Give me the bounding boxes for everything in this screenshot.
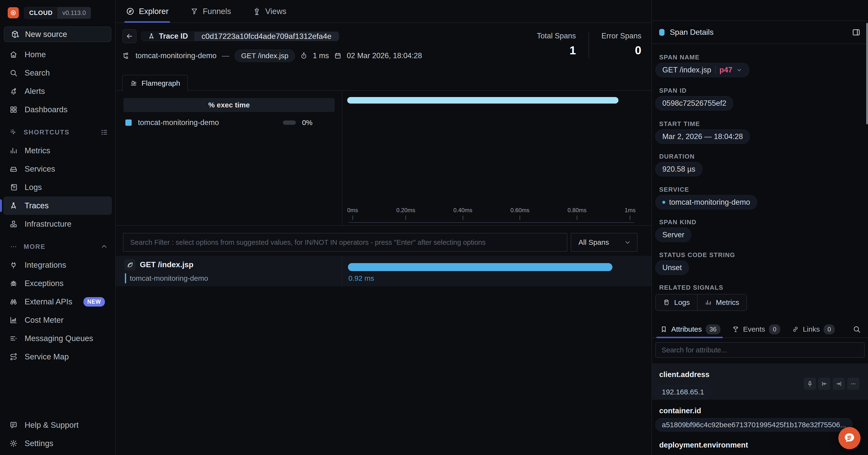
trace-id-value: c0d17223a10fcd4ade709af1312efa4e: [194, 32, 339, 41]
cursor-click-icon: [9, 129, 18, 136]
flamegraph-tabs-row: Flamegraph: [116, 75, 651, 91]
route-icon: [9, 353, 18, 361]
trace-endpoint-pill[interactable]: GET /index.jsp: [235, 50, 295, 62]
list-settings-icon[interactable]: [100, 129, 108, 136]
service-pill[interactable]: tomcat-monitoring-demo: [655, 195, 757, 209]
tower-icon: [253, 7, 261, 16]
related-signals-group: Logs Metrics: [655, 294, 747, 311]
span-duration-value: 0.92 ms: [348, 274, 374, 282]
grid-icon: [9, 106, 18, 114]
attribute-value-pill[interactable]: a51809bf96c4c92bee6713701995425f1b178e32…: [655, 418, 852, 432]
more-options-icon[interactable]: [847, 378, 859, 390]
related-logs-button[interactable]: Logs: [656, 294, 697, 310]
sidebar-item-infrastructure[interactable]: Infrastructure: [0, 215, 115, 233]
pin-icon[interactable]: [804, 378, 816, 390]
total-spans-label: Total Spans: [537, 32, 576, 40]
calendar-icon: [334, 52, 341, 59]
sidebar-item-settings[interactable]: Settings: [0, 434, 115, 453]
tab-attributes[interactable]: Attributes 36: [660, 321, 720, 338]
sidebar-item-home[interactable]: Home: [0, 46, 115, 64]
tab-events[interactable]: Events 0: [732, 321, 780, 338]
trace-id-badge[interactable]: Trace ID c0d17223a10fcd4ade709af1312efa4…: [141, 32, 339, 41]
sidebar-item-label: External APIs: [25, 297, 72, 306]
related-metrics-label: Metrics: [716, 298, 739, 307]
status-code-pill[interactable]: Unset: [655, 260, 689, 275]
sidebar-item-cost-meter[interactable]: Cost Meter: [0, 311, 115, 329]
sidebar-bottom: Help & Support Settings: [0, 416, 115, 455]
attribute-value: 192.168.65.1: [662, 388, 704, 396]
sidebar-item-alerts[interactable]: Alerts: [0, 82, 115, 101]
span-duration-bar[interactable]: [348, 263, 613, 271]
tab-explorer[interactable]: Explorer: [126, 0, 168, 23]
flamegraph-span-bar[interactable]: [347, 97, 618, 104]
sidebar-item-services[interactable]: Services: [0, 160, 115, 178]
attribute-value: a51809bf96c4c92bee6713701995425f1b178e32…: [662, 421, 846, 429]
shortcuts-label: SHORTCUTS: [24, 129, 70, 136]
arrow-left-to-line-icon[interactable]: [818, 378, 830, 390]
sidebar-item-service-map[interactable]: Service Map: [0, 348, 115, 366]
sidebar-item-label: Alerts: [25, 87, 45, 96]
related-metrics-button[interactable]: Metrics: [697, 294, 746, 310]
related-logs-label: Logs: [674, 298, 690, 307]
timer-icon: [300, 52, 307, 59]
total-spans-value: 1: [569, 44, 576, 57]
tab-funnels[interactable]: Funnels: [190, 0, 231, 23]
axis-tick: 0.60ms: [510, 207, 529, 223]
axis-baseline: [349, 222, 634, 223]
message-square-icon: [9, 421, 18, 429]
span-kind-pill[interactable]: Server: [655, 228, 691, 242]
bar-chart-icon: [9, 146, 18, 155]
sidebar-item-label: Services: [25, 164, 55, 174]
traces-icon: [148, 33, 155, 40]
arrow-right-to-line-icon[interactable]: [833, 378, 845, 390]
panel-scrollbar[interactable]: [866, 23, 868, 124]
duration-pill[interactable]: 920.58 µs: [655, 162, 702, 176]
legend-service-label: tomcat-monitoring-demo: [138, 118, 219, 127]
ellipsis-icon: [9, 243, 18, 250]
related-signals-label: RELATED SIGNALS: [659, 284, 723, 291]
scroll-icon: [9, 183, 18, 192]
sidebar-item-dashboards[interactable]: Dashboards: [0, 101, 115, 119]
chevron-up-icon[interactable]: [100, 243, 108, 251]
span-list-row[interactable]: GET /index.jsp tomcat-monitoring-demo 0.…: [116, 256, 651, 286]
start-time-pill[interactable]: Mar 2, 2026 — 18:04:28: [655, 130, 750, 144]
duration-label: DURATION: [659, 153, 695, 160]
attribute-actions: [804, 378, 859, 390]
sidebar-item-messaging-queues[interactable]: Messaging Queues: [0, 329, 115, 348]
panel-collapse-icon[interactable]: [851, 28, 861, 37]
sidebar-item-external-apis[interactable]: External APIs NEW: [0, 292, 115, 311]
new-source-button[interactable]: New source: [4, 27, 112, 42]
sidebar-item-label: Integrations: [25, 260, 66, 269]
legend-color-swatch: [125, 119, 132, 126]
sidebar-item-logs[interactable]: Logs: [0, 178, 115, 197]
help-chat-button[interactable]: [838, 427, 861, 449]
sidebar-item-label: Metrics: [25, 146, 50, 155]
flamegraph-legend-row[interactable]: tomcat-monitoring-demo 0%: [116, 116, 342, 130]
span-service: tomcat-monitoring-demo: [130, 274, 208, 282]
pill-divider: [715, 66, 716, 74]
sidebar-item-exceptions[interactable]: Exceptions: [0, 274, 115, 292]
span-search-filter-input[interactable]: [123, 233, 567, 252]
span-name-pill[interactable]: GET /index.jsp p47: [655, 63, 749, 77]
all-spans-select[interactable]: All Spans: [571, 233, 638, 252]
span-service-color-bar: [125, 273, 126, 283]
signoz-logo-icon[interactable]: [8, 7, 19, 18]
attribute-value-pill[interactable]: 192.168.65.1: [655, 385, 711, 399]
flame-icon: [130, 80, 137, 87]
tab-links[interactable]: Links 0: [792, 321, 835, 338]
queue-list-icon: [9, 334, 18, 343]
tab-views[interactable]: Views: [253, 0, 286, 23]
span-filter-row: All Spans: [116, 233, 651, 252]
attributes-search-icon[interactable]: [852, 325, 861, 333]
back-button[interactable]: [123, 29, 136, 43]
sidebar-item-integrations[interactable]: Integrations: [0, 256, 115, 274]
tab-flamegraph[interactable]: Flamegraph: [122, 75, 188, 91]
sidebar-item-metrics[interactable]: Metrics: [0, 141, 115, 160]
sidebar-item-help-support[interactable]: Help & Support: [0, 416, 115, 434]
span-id-pill[interactable]: 0598c72526755ef2: [655, 96, 733, 111]
search-icon: [9, 69, 18, 77]
sidebar-item-search[interactable]: Search: [0, 64, 115, 82]
error-spans-label: Error Spans: [601, 32, 641, 40]
attribute-search-input[interactable]: [655, 342, 865, 358]
sidebar-item-traces[interactable]: Traces: [3, 197, 112, 215]
